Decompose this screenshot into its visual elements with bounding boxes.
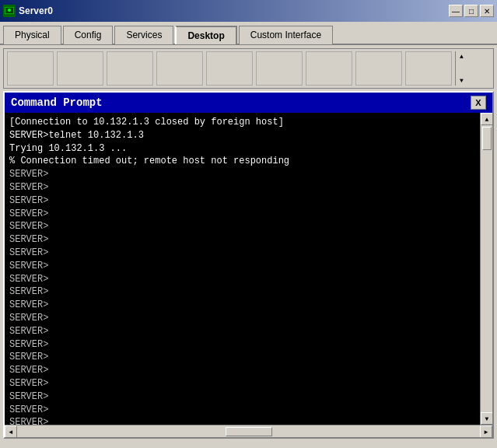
scroll-up-button[interactable]: ▲ xyxy=(481,113,492,125)
cmd-line: SERVER> xyxy=(9,364,475,377)
horizontal-scrollbar[interactable]: ◄ ► xyxy=(5,425,492,437)
title-bar: Server0 — □ ✕ xyxy=(0,0,497,22)
cmd-line: % Connection timed out; remote host not … xyxy=(9,155,475,168)
scroll-down-button[interactable]: ▼ xyxy=(481,412,492,425)
device-icon-5[interactable] xyxy=(206,51,253,86)
main-content: ▲ ▼ Command Prompt X [Connection to 10.1… xyxy=(0,45,497,442)
cmd-output[interactable]: [Connection to 10.132.1.3 closed by fore… xyxy=(5,113,480,425)
cmd-title: Command Prompt xyxy=(11,96,103,109)
device-icon-1[interactable] xyxy=(7,51,54,86)
minimize-button[interactable]: — xyxy=(449,5,463,17)
cmd-close-button[interactable]: X xyxy=(471,96,486,110)
tab-physical[interactable]: Physical xyxy=(3,26,61,44)
cmd-line: SERVER> xyxy=(9,416,475,425)
cmd-line: SERVER> xyxy=(9,312,475,325)
tabs-bar: Physical Config Services Desktop Custom … xyxy=(0,22,497,45)
cmd-content-wrapper: [Connection to 10.132.1.3 closed by fore… xyxy=(5,113,492,425)
scroll-right-button[interactable]: ► xyxy=(480,425,492,438)
svg-point-3 xyxy=(8,9,11,12)
command-prompt-window: Command Prompt X [Connection to 10.132.1… xyxy=(3,91,494,439)
cmd-line: SERVER> xyxy=(9,404,475,417)
scroll-h-thumb[interactable] xyxy=(226,427,272,436)
tab-services[interactable]: Services xyxy=(114,26,173,44)
cmd-line: SERVER> xyxy=(9,220,475,233)
cmd-line: SERVER> xyxy=(9,351,475,364)
cmd-line: [Connection to 10.132.1.3 closed by fore… xyxy=(9,116,475,129)
app-icon xyxy=(3,5,16,17)
device-icon-9[interactable] xyxy=(405,51,452,86)
cmd-line: SERVER> xyxy=(9,247,475,260)
cmd-line: Trying 10.132.1.3 ... xyxy=(9,142,475,156)
cmd-line: SERVER> xyxy=(9,338,475,352)
window-controls: — □ ✕ xyxy=(449,5,494,17)
tab-config[interactable]: Config xyxy=(63,26,114,44)
cmd-line: SERVER> xyxy=(9,377,475,390)
maximize-button[interactable]: □ xyxy=(464,5,478,17)
cmd-line: SERVER> xyxy=(9,194,475,208)
close-button[interactable]: ✕ xyxy=(480,5,494,17)
tab-desktop[interactable]: Desktop xyxy=(175,26,236,44)
device-icon-7[interactable] xyxy=(306,51,352,86)
scroll-h-track[interactable] xyxy=(17,425,480,437)
cmd-line: SERVER> xyxy=(9,273,475,286)
cmd-line: SERVER> xyxy=(9,285,475,299)
cmd-line: SERVER> xyxy=(9,299,475,312)
device-icons-row: ▲ ▼ xyxy=(3,48,494,89)
cmd-line: SERVER> xyxy=(9,325,475,338)
device-icon-4[interactable] xyxy=(156,51,203,86)
window-title: Server0 xyxy=(19,5,53,16)
cmd-line: SERVER> xyxy=(9,233,475,247)
device-icon-3[interactable] xyxy=(107,51,153,86)
cmd-line: SERVER>telnet 10.132.1.3 xyxy=(9,129,475,142)
device-icon-8[interactable] xyxy=(355,51,402,86)
cmd-line: SERVER> xyxy=(9,168,475,181)
scroll-thumb[interactable] xyxy=(482,127,492,150)
title-bar-left: Server0 xyxy=(3,5,53,17)
cmd-line: SERVER> xyxy=(9,260,475,273)
scroll-track[interactable] xyxy=(481,125,492,412)
cmd-line: SERVER> xyxy=(9,208,475,221)
vertical-scrollbar[interactable]: ▲ ▼ xyxy=(480,113,492,425)
tab-custom-interface[interactable]: Custom Interface xyxy=(239,26,333,44)
cmd-line: SERVER> xyxy=(9,390,475,404)
scroll-left-button[interactable]: ◄ xyxy=(5,425,17,438)
device-icon-6[interactable] xyxy=(256,51,303,86)
device-icon-2[interactable] xyxy=(57,51,103,86)
cmd-title-bar: Command Prompt X xyxy=(5,93,492,113)
cmd-line: SERVER> xyxy=(9,181,475,194)
